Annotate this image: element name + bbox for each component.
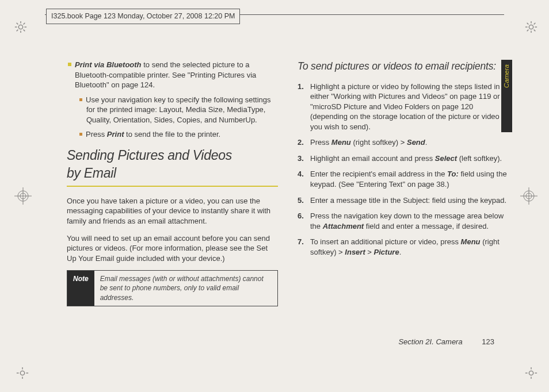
registration-icon xyxy=(14,187,32,205)
step-5: Enter a message title in the Subject: fi… xyxy=(298,195,509,206)
svg-line-6 xyxy=(24,30,25,32)
note-box: Note Email messages (with or without att… xyxy=(67,270,278,306)
subbullet-settings: Use your navigation key to specify the f… xyxy=(67,95,278,125)
step-6: Press the navigation key down to the mes… xyxy=(298,211,509,231)
page-header-text: I325.book Page 123 Monday, October 27, 2… xyxy=(46,9,240,24)
section-heading: Sending Pictures and Videos by Email xyxy=(67,147,278,182)
footer-section: Section 2I. Camera xyxy=(398,337,462,346)
svg-line-7 xyxy=(17,30,18,32)
note-text: Email messages (with or without attachme… xyxy=(94,271,277,306)
svg-point-18 xyxy=(20,371,24,375)
procedure-steps: Highlight a picture or video by followin… xyxy=(298,82,509,258)
svg-line-5 xyxy=(17,23,18,25)
svg-line-8 xyxy=(24,23,25,25)
gear-icon xyxy=(16,367,29,379)
bullet-print-bluetooth: Print via Bluetooth to send the selected… xyxy=(67,60,278,90)
bullet-icon xyxy=(79,98,82,101)
section-rule xyxy=(67,186,278,187)
svg-point-23 xyxy=(529,371,533,375)
step-3: Highlight an email account and press Sel… xyxy=(298,153,509,164)
svg-point-9 xyxy=(529,25,533,29)
page-columns: Print via Bluetooth to send the selected… xyxy=(67,60,509,358)
page-header-rule: I325.book Page 123 Monday, October 27, 2… xyxy=(45,14,504,33)
svg-line-16 xyxy=(527,30,529,32)
registration-icon xyxy=(520,187,537,205)
svg-point-0 xyxy=(18,25,22,29)
gear-icon xyxy=(14,21,27,33)
step-4: Enter the recipient's email address in t… xyxy=(298,169,509,189)
page-footer: Section 2I. Camera 123 xyxy=(398,337,494,347)
gear-icon xyxy=(525,367,537,379)
svg-line-15 xyxy=(534,30,536,32)
step-2: Press Menu (right softkey) > Send. xyxy=(298,137,509,148)
intro-paragraph-2: You will need to set up an email account… xyxy=(67,233,278,264)
step-7: To insert an additional picture or video… xyxy=(298,237,509,257)
svg-line-14 xyxy=(527,23,529,25)
right-column: To send pictures or videos to email reci… xyxy=(298,60,509,358)
gear-icon xyxy=(525,21,537,33)
note-label: Note xyxy=(67,271,94,306)
bullet-icon xyxy=(79,133,82,136)
svg-line-17 xyxy=(534,23,536,25)
bullet-icon xyxy=(68,63,71,66)
left-column: Print via Bluetooth to send the selected… xyxy=(67,60,278,358)
step-1: Highlight a picture or video by followin… xyxy=(298,82,509,132)
intro-paragraph-1: Once you have taken a picture or a video… xyxy=(67,196,278,226)
subbullet-press-print: Press Print to send the file to the prin… xyxy=(67,129,278,140)
procedure-heading: To send pictures or videos to email reci… xyxy=(298,60,509,74)
footer-page-number: 123 xyxy=(482,337,494,346)
